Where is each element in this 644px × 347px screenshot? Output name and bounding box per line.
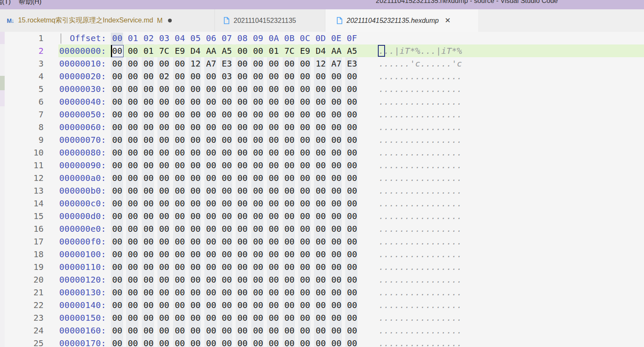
hex-byte[interactable]: 00 [347,83,357,95]
hex-byte[interactable]: 00 [128,311,138,324]
hex-byte[interactable]: 00 [128,95,138,108]
hex-byte[interactable]: 00 [253,248,263,261]
hex-byte[interactable]: A5 [222,44,232,57]
hex-byte[interactable]: 00 [269,210,279,222]
hex-byte[interactable]: 00 [331,83,341,95]
row-offset[interactable]: 000000d0: [59,210,106,222]
hex-byte[interactable]: 00 [222,286,232,299]
hex-row[interactable]: 900000070:000000000000000000000000000000… [0,133,644,146]
hex-byte[interactable]: 00 [159,159,169,172]
hex-byte[interactable]: 00 [206,146,216,159]
hex-byte[interactable]: 00 [316,83,326,95]
hex-byte[interactable]: 00 [143,108,154,121]
hex-row[interactable]: 700000050:000000000000000000000000000000… [0,108,644,121]
hex-byte[interactable]: 00 [269,133,279,146]
hex-byte[interactable]: 00 [112,337,122,347]
hex-row[interactable]: 1000000080:00000000000000000000000000000… [0,146,644,159]
hex-byte[interactable]: 00 [112,197,122,210]
row-offset[interactable]: 00000030: [59,83,106,95]
row-offset[interactable]: 00000010: [59,57,106,70]
hexdump-editor[interactable]: 1Offset:00 01 02 03 04 05 06 07 08 09 0A… [0,32,644,347]
hex-row[interactable]: 1800000100:00000000000000000000000000000… [0,248,644,261]
hex-byte[interactable]: 00 [190,311,201,324]
hex-byte[interactable]: 00 [159,133,169,146]
hex-byte[interactable]: 00 [347,197,357,210]
hex-byte[interactable]: 00 [222,95,232,108]
hex-byte[interactable]: 00 [300,299,310,311]
hex-byte[interactable]: 00 [128,44,138,57]
hex-byte[interactable]: 00 [300,273,310,286]
hex-byte[interactable]: 00 [112,248,122,261]
hex-byte[interactable]: 00 [237,172,248,184]
hex-byte[interactable]: 00 [300,235,310,248]
hex-byte[interactable]: 00 [143,324,154,337]
hex-byte[interactable]: 00 [190,261,201,273]
hex-byte[interactable]: 00 [269,311,279,324]
hex-byte[interactable]: 00 [206,95,216,108]
hex-byte[interactable]: 00 [112,95,122,108]
hex-byte[interactable]: 00 [175,324,185,337]
hex-row[interactable]: 1900000110:00000000000000000000000000000… [0,261,644,273]
hex-byte[interactable]: 00 [331,172,341,184]
hex-byte[interactable]: 00 [190,248,201,261]
hex-byte[interactable]: 00 [190,197,201,210]
hex-byte[interactable]: 00 [284,299,294,311]
hex-byte[interactable]: 00 [347,95,357,108]
hex-byte[interactable]: 00 [237,70,248,83]
hex-byte[interactable]: 00 [331,108,341,121]
ascii-text[interactable]: ................ [379,70,462,83]
menu-item-terminal[interactable]: 终端(T) [0,0,11,6]
hex-byte[interactable]: 00 [269,235,279,248]
hex-byte[interactable]: 00 [316,197,326,210]
hex-byte[interactable]: 00 [237,133,248,146]
hex-byte[interactable]: 00 [300,197,310,210]
hex-byte[interactable]: 00 [190,172,201,184]
hex-byte[interactable]: 00 [316,273,326,286]
hex-byte[interactable]: 00 [128,210,138,222]
hex-byte[interactable]: 00 [143,146,154,159]
hex-byte[interactable]: 00 [316,133,326,146]
hex-byte[interactable]: 00 [206,337,216,347]
ascii-text[interactable]: ................ [379,197,462,210]
hex-byte[interactable]: 00 [300,70,310,83]
hex-row[interactable]: 400000020:000000020000000300000000000000… [0,70,644,83]
hex-byte[interactable]: 00 [190,299,201,311]
hex-byte[interactable]: 00 [300,248,310,261]
hex-byte[interactable]: 00 [143,273,154,286]
hex-byte[interactable]: 00 [190,83,201,95]
hex-byte[interactable]: 00 [316,235,326,248]
hex-byte[interactable]: 00 [112,324,122,337]
hex-byte[interactable]: 00 [300,311,310,324]
hex-byte[interactable]: 00 [222,146,232,159]
hex-byte[interactable]: 00 [316,286,326,299]
hex-byte[interactable]: 00 [300,337,310,347]
hex-byte[interactable]: 00 [175,70,185,83]
hex-row[interactable]: 12000000a0:00000000000000000000000000000… [0,172,644,184]
hex-byte[interactable]: 00 [253,184,263,197]
hex-byte[interactable]: 00 [284,261,294,273]
hex-byte[interactable]: 00 [316,159,326,172]
hex-byte[interactable]: 00 [112,70,122,83]
hex-byte[interactable]: 00 [159,311,169,324]
hex-byte[interactable]: 00 [331,299,341,311]
hex-byte[interactable]: 00 [222,184,232,197]
hex-byte[interactable]: 00 [253,57,263,70]
ascii-text[interactable]: ................ [379,172,462,184]
row-offset[interactable]: 000000e0: [59,222,106,235]
hex-byte[interactable]: A7 [206,57,216,70]
hex-byte[interactable]: 00 [300,172,310,184]
hex-byte[interactable]: 00 [284,286,294,299]
hex-byte[interactable]: 00 [253,121,263,133]
hex-byte[interactable]: 00 [316,311,326,324]
hex-byte[interactable]: 00 [143,95,154,108]
hex-byte[interactable]: 00 [237,44,248,57]
hex-byte[interactable]: 00 [237,184,248,197]
ascii-text[interactable]: ................ [379,311,462,324]
hex-byte[interactable]: 00 [175,222,185,235]
hex-row[interactable]: 800000060:000000000000000000000000000000… [0,121,644,133]
hex-byte[interactable]: D4 [316,44,326,57]
hex-byte[interactable]: 00 [300,95,310,108]
hex-byte[interactable]: 00 [331,222,341,235]
hex-byte[interactable]: 00 [331,248,341,261]
ascii-text[interactable]: ................ [379,146,462,159]
